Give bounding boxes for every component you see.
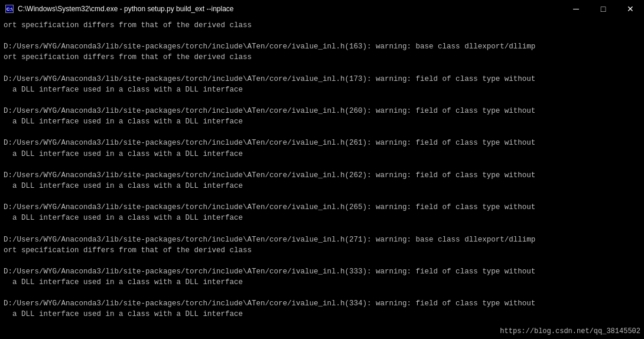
terminal-line (4, 95, 640, 106)
terminal-line: D:/Users/WYG/Anaconda3/lib/site-packages… (4, 170, 640, 181)
maximize-button[interactable]: □ (590, 0, 617, 18)
watermark: https://blog.csdn.net/qq_38145502 (500, 327, 640, 335)
cmd-app-icon: C:\ (5, 5, 14, 13)
terminal-line: D:/Users/WYG/Anaconda3/lib/site-packages… (4, 202, 640, 213)
terminal-line: a DLL interface used in a class with a D… (4, 277, 640, 288)
terminal-line (4, 288, 640, 298)
terminal-line (4, 31, 640, 41)
terminal-line: ort specification differs from that of t… (4, 52, 640, 63)
title-bar: C:\ C:\Windows\System32\cmd.exe - python… (0, 0, 644, 18)
terminal-output: ort specification differs from that of t… (4, 20, 640, 320)
terminal-line: D:/Users/WYG/Anaconda3/lib/site-packages… (4, 138, 640, 148)
terminal-line: a DLL interface used in a class with a D… (4, 84, 640, 95)
terminal-line: D:/Users/WYG/Anaconda3/lib/site-packages… (4, 298, 640, 309)
terminal-line (4, 127, 640, 138)
terminal-line: D:/Users/WYG/Anaconda3/lib/site-packages… (4, 266, 640, 277)
terminal-line: a DLL interface used in a class with a D… (4, 309, 640, 320)
terminal-line (4, 223, 640, 234)
terminal-line (4, 63, 640, 74)
terminal-line (4, 191, 640, 202)
terminal-line: ort specification differs from that of t… (4, 20, 640, 31)
terminal-line (4, 159, 640, 170)
close-button[interactable]: ✕ (617, 0, 644, 18)
terminal-line: D:/Users/WYG/Anaconda3/lib/site-packages… (4, 74, 640, 84)
terminal-line: a DLL interface used in a class with a D… (4, 213, 640, 223)
cmd-icon-container: C:\ (5, 4, 14, 14)
terminal-line: ort specification differs from that of t… (4, 245, 640, 256)
terminal-line (4, 256, 640, 266)
terminal-line: D:/Users/WYG/Anaconda3/lib/site-packages… (4, 234, 640, 245)
terminal-line: a DLL interface used in a class with a D… (4, 116, 640, 127)
window-title: C:\Windows\System32\cmd.exe - python set… (18, 5, 234, 13)
title-bar-controls: ─ □ ✕ (562, 0, 644, 18)
terminal-line: a DLL interface used in a class with a D… (4, 181, 640, 191)
title-bar-left: C:\ C:\Windows\System32\cmd.exe - python… (5, 4, 234, 14)
window: C:\ C:\Windows\System32\cmd.exe - python… (0, 0, 644, 339)
terminal-line: D:/Users/WYG/Anaconda3/lib/site-packages… (4, 106, 640, 116)
terminal-content: ort specification differs from that of t… (0, 18, 644, 339)
terminal-line: a DLL interface used in a class with a D… (4, 149, 640, 159)
minimize-button[interactable]: ─ (562, 0, 590, 18)
terminal-line: D:/Users/WYG/Anaconda3/lib/site-packages… (4, 41, 640, 52)
